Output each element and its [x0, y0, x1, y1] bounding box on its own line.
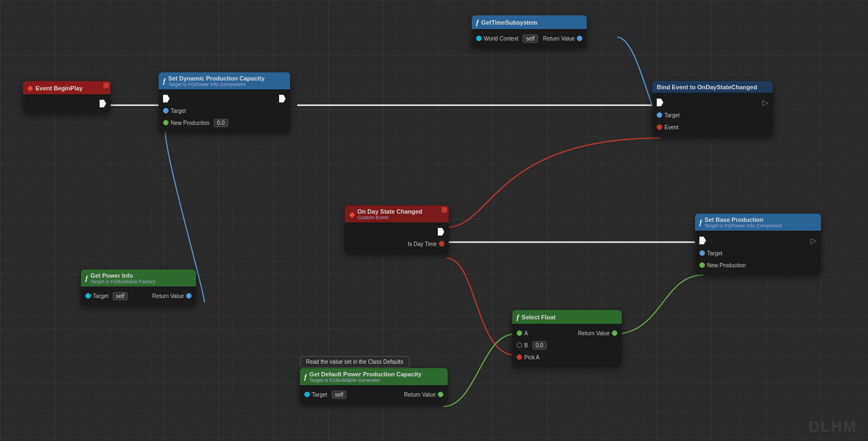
exec-output-row — [23, 98, 111, 110]
is-day-pin — [439, 241, 444, 247]
get-power-info-node: f Get Power Info Target is FGBuildable F… — [81, 270, 196, 305]
event-begin-play-header: ◆ Event BeginPlay — [23, 81, 111, 94]
exec-out-day-pin — [438, 228, 444, 236]
get-power-header: f Get Power Info Target is FGBuildable F… — [81, 270, 196, 287]
get-power-title: Get Power Info Target is FGBuildable Fac… — [90, 272, 155, 284]
on-day-badge — [442, 207, 447, 213]
get-power-body: Target self Return Value — [81, 287, 196, 305]
on-day-header: ◆ On Day State Changed Custom Event — [345, 205, 449, 222]
bind-event-header: Bind Event to OnDayStateChanged — [652, 81, 773, 93]
select-float-body: A Return Value B 0.0 Pick A — [512, 324, 622, 366]
target-power-row: Target self Return Value — [81, 290, 196, 302]
set-dynamic-title: Set Dynamic Production Capacity Target i… — [168, 75, 264, 87]
func-icon-3: f — [85, 274, 88, 283]
func-icon-6: f — [304, 373, 306, 381]
target-base-pin — [699, 250, 705, 256]
new-production-row: New Production 0.0 — [159, 117, 290, 129]
event-icon: ◆ — [27, 84, 33, 92]
corner-badge — [103, 83, 109, 88]
get-default-title: Get Default Power Production Capacity Ta… — [309, 371, 421, 383]
return-power-pin — [186, 293, 192, 299]
set-base-title: Set Base Production Target is FGPower In… — [704, 216, 782, 228]
new-prod-base-pin — [699, 262, 705, 268]
select-float-node: f Select Float A Return Value B 0.0 Pick… — [512, 310, 622, 366]
set-dynamic-node: f Set Dynamic Production Capacity Target… — [159, 72, 290, 132]
target-default-pin — [304, 392, 310, 397]
target-in-pin — [163, 108, 169, 113]
event-begin-play-body — [23, 94, 111, 113]
tooltip-text: Read the value set in the Class Defaults — [306, 359, 403, 365]
pin-a-row: A Return Value — [512, 327, 622, 339]
get-time-body: World Context self Return Value — [472, 29, 587, 48]
select-float-title: Select Float — [522, 314, 555, 320]
output-arrow: ▷ — [762, 98, 768, 107]
get-time-title: GetTimeSubsystem — [481, 19, 537, 26]
select-float-header: f Select Float — [512, 310, 622, 324]
exec-row-bind: ▷ — [652, 96, 773, 109]
world-context-row: World Context self Return Value — [472, 32, 587, 44]
target-bind-row: Target — [652, 109, 773, 121]
target-row: Target — [159, 105, 290, 117]
world-ctx-pin — [476, 36, 482, 41]
set-base-body: ▷ Target New Production — [695, 231, 821, 274]
on-day-title: On Day State Changed Custom Event — [357, 208, 423, 220]
return-val-pin — [577, 36, 582, 41]
bind-event-title: Bind Event to OnDayStateChanged — [657, 84, 757, 90]
exec-row — [159, 93, 290, 105]
get-time-subsystem-node: f GetTimeSubsystem World Context self Re… — [472, 15, 587, 48]
exec-out-pin — [279, 95, 286, 102]
func-icon-4: f — [699, 218, 702, 227]
func-icon-2: f — [476, 18, 478, 27]
pick-a-row: Pick A — [512, 351, 622, 363]
func-icon-5: f — [517, 313, 519, 322]
get-time-header: f GetTimeSubsystem — [472, 15, 587, 29]
event-begin-play-title: Event BeginPlay — [36, 85, 83, 91]
exec-out-day — [345, 226, 449, 238]
target-base-row: Target — [695, 247, 821, 259]
output-arrow-base: ▷ — [811, 236, 817, 245]
watermark: DLHM — [808, 418, 857, 436]
tooltip-box: Read the value set in the Class Defaults — [300, 356, 409, 368]
target-power-pin — [85, 293, 91, 299]
get-default-header: f Get Default Power Production Capacity … — [300, 368, 448, 385]
exec-in-base — [699, 237, 706, 244]
event-begin-play-node: ◆ Event BeginPlay — [23, 81, 111, 113]
set-dynamic-header: f Set Dynamic Production Capacity Target… — [159, 72, 290, 89]
target-default-row: Target self Return Value — [300, 388, 448, 400]
return-default-pin — [438, 392, 443, 397]
pick-a-pin — [517, 354, 522, 360]
bind-event-body: ▷ Target Event — [652, 93, 773, 136]
set-base-header: f Set Base Production Target is FGPower … — [695, 214, 821, 231]
exec-out-pin — [100, 100, 106, 107]
pin-a — [517, 330, 522, 336]
on-day-body: Is Day Time — [345, 222, 449, 253]
new-prod-base-row: New Production — [695, 259, 821, 271]
target-bind-pin — [657, 112, 662, 118]
set-base-prod-node: f Set Base Production Target is FGPower … — [695, 214, 821, 274]
return-float-pin — [612, 330, 617, 336]
new-prod-pin — [163, 120, 169, 125]
event-pin — [657, 124, 662, 130]
get-default-body: Target self Return Value — [300, 385, 448, 404]
exec-row-base: ▷ — [695, 234, 821, 247]
exec-in-bind — [657, 99, 663, 106]
bind-event-node: Bind Event to OnDayStateChanged ▷ Target… — [652, 81, 773, 136]
get-default-power-node: f Get Default Power Production Capacity … — [300, 368, 448, 404]
pin-b-row: B 0.0 — [512, 339, 622, 351]
on-day-state-node: ◆ On Day State Changed Custom Event Is D… — [345, 205, 449, 253]
set-dynamic-body: Target New Production 0.0 — [159, 89, 290, 132]
pin-b — [517, 342, 522, 348]
func-icon: f — [163, 77, 165, 85]
event-row: Event — [652, 121, 773, 133]
exec-in-pin — [163, 95, 170, 102]
event-diamond: ◆ — [349, 210, 355, 219]
is-day-row: Is Day Time — [345, 238, 449, 250]
